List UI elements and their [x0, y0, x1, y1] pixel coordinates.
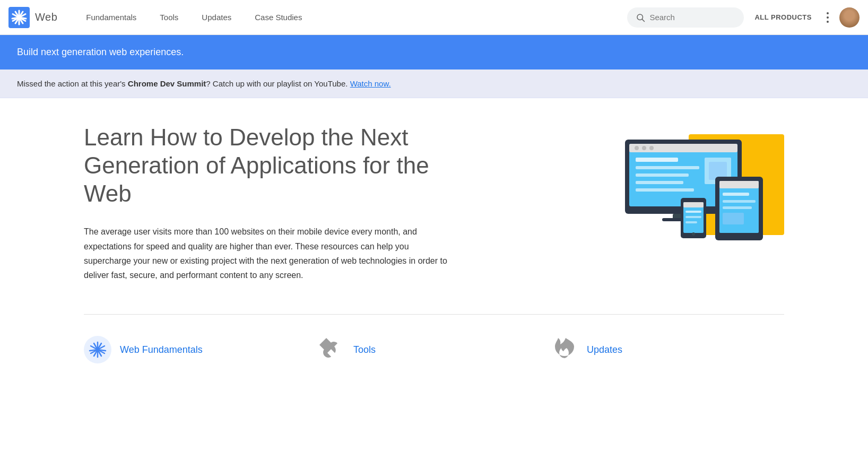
web-fundamentals-link[interactable]: Web Fundamentals [120, 344, 203, 355]
hero-section: Learn How to Develop the Next Generation… [84, 124, 784, 282]
avatar-image [839, 7, 860, 28]
svg-rect-33 [723, 206, 752, 209]
svg-rect-23 [636, 188, 694, 192]
svg-point-41 [692, 232, 695, 236]
tools-icon [317, 336, 345, 363]
svg-rect-32 [723, 200, 756, 203]
more-dot-3 [827, 21, 829, 23]
bottom-link-tools[interactable]: Tools [317, 336, 551, 363]
nav-link-updates[interactable]: Updates [190, 0, 243, 35]
notification-bar: Missed the action at this year's Chrome … [0, 70, 868, 98]
svg-rect-34 [723, 213, 744, 224]
logo-text: Web [35, 11, 57, 23]
svg-rect-39 [685, 216, 701, 218]
watch-now-link[interactable]: Watch now. [350, 79, 391, 88]
svg-rect-19 [636, 158, 678, 162]
search-icon [636, 13, 645, 22]
svg-rect-38 [685, 211, 701, 213]
updates-link[interactable]: Updates [587, 344, 622, 355]
notification-bold: Chrome Dev Summit [128, 79, 206, 88]
all-products-button[interactable]: ALL PRODUCTS [750, 13, 816, 21]
svg-point-17 [642, 146, 646, 150]
notification-suffix: ? Catch up with our playlist on YouTube. [206, 79, 350, 88]
web-fundamentals-icon [84, 336, 111, 363]
bottom-link-updates[interactable]: Updates [551, 336, 784, 363]
nav-links: Fundamentals Tools Updates Case Studies [74, 0, 627, 35]
tools-link[interactable]: Tools [353, 344, 376, 355]
svg-rect-40 [685, 221, 697, 223]
navbar: Web Fundamentals Tools Updates Case Stud… [0, 0, 868, 35]
more-dot-2 [827, 16, 829, 19]
main-content: Learn How to Develop the Next Generation… [63, 98, 805, 385]
more-dot-1 [827, 12, 829, 14]
hero-banner: Build next generation web experiences. [0, 35, 868, 70]
nav-right: ALL PRODUCTS [627, 7, 860, 28]
bottom-link-fundamentals[interactable]: Web Fundamentals [84, 336, 317, 363]
svg-point-16 [635, 146, 639, 150]
bottom-links: Web Fundamentals Tools Updates [84, 314, 784, 363]
svg-rect-30 [719, 181, 759, 188]
devices-illustration [593, 124, 784, 240]
search-container[interactable] [627, 7, 744, 28]
nav-link-tools[interactable]: Tools [148, 0, 190, 35]
more-options-button[interactable] [822, 8, 833, 27]
hero-description: The average user visits more than 100 we… [84, 224, 455, 282]
hero-text: Learn How to Develop the Next Generation… [84, 124, 561, 282]
nav-logo[interactable]: Web [8, 7, 57, 28]
search-input[interactable] [649, 13, 735, 22]
hero-banner-text: Build next generation web experiences. [17, 47, 184, 57]
svg-rect-20 [636, 166, 699, 169]
nav-link-fundamentals[interactable]: Fundamentals [74, 0, 148, 35]
updates-icon [551, 336, 578, 363]
hero-title: Learn How to Develop the Next Generation… [84, 124, 455, 207]
svg-rect-37 [683, 202, 704, 207]
svg-rect-22 [636, 181, 683, 184]
svg-line-11 [643, 19, 645, 21]
svg-rect-21 [636, 174, 689, 177]
logo-icon [8, 7, 30, 28]
hero-illustration [593, 124, 784, 240]
nav-link-case-studies[interactable]: Case Studies [243, 0, 314, 35]
user-avatar[interactable] [839, 7, 860, 28]
svg-point-18 [649, 146, 654, 150]
notification-prefix: Missed the action at this year's [17, 79, 128, 88]
svg-rect-31 [723, 193, 749, 196]
